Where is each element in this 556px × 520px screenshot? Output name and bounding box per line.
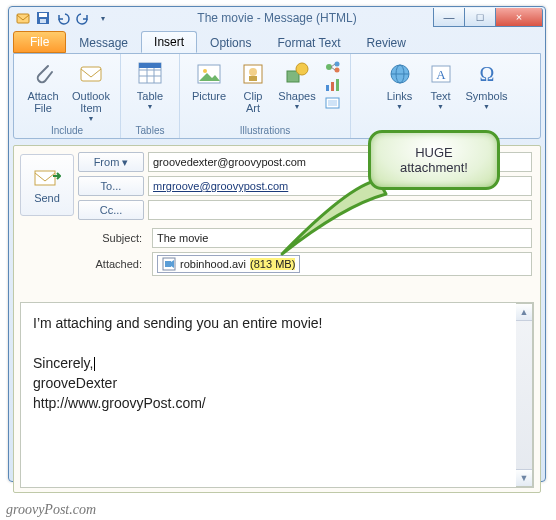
- svg-rect-15: [249, 76, 257, 81]
- to-value: mrgroove@groovypost.com: [153, 180, 288, 192]
- svg-point-14: [249, 68, 257, 76]
- compose-surface: Send From ▾ groovedexter@groovypost.com …: [13, 145, 541, 493]
- svg-point-20: [335, 68, 340, 73]
- tab-review-label: Review: [367, 36, 406, 50]
- svg-rect-23: [326, 85, 329, 91]
- picture-button[interactable]: Picture: [186, 56, 232, 114]
- tab-options[interactable]: Options: [197, 32, 264, 53]
- shapes-button[interactable]: Shapes ▼: [274, 56, 320, 114]
- ribbon-group-tables: Table ▼ Tables: [121, 54, 180, 138]
- svg-rect-4: [81, 67, 101, 81]
- tab-format-text[interactable]: Format Text: [264, 32, 353, 53]
- chevron-down-icon: ▼: [437, 103, 444, 110]
- cc-button-label: Cc...: [100, 204, 123, 216]
- titlebar: ▾ The movie - Message (HTML) — □ ×: [9, 7, 545, 31]
- links-label: Links: [387, 90, 413, 102]
- body-line-1: I’m attaching and sending you an entire …: [33, 313, 521, 333]
- picture-label: Picture: [192, 90, 226, 102]
- svg-rect-25: [336, 79, 339, 91]
- close-glyph: ×: [516, 11, 522, 23]
- svg-rect-27: [328, 100, 337, 106]
- send-label: Send: [34, 192, 60, 204]
- from-button-label: From ▾: [94, 156, 129, 169]
- watermark: groovyPost.com: [6, 502, 96, 518]
- send-button[interactable]: Send: [20, 154, 74, 216]
- svg-rect-24: [331, 82, 334, 91]
- tab-insert[interactable]: Insert: [141, 31, 197, 53]
- table-button[interactable]: Table ▼: [127, 56, 173, 110]
- shapes-icon: [282, 59, 312, 89]
- scroll-up-arrow[interactable]: ▲: [516, 304, 532, 321]
- clip-art-button[interactable]: Clip Art: [234, 56, 272, 114]
- maximize-button[interactable]: □: [464, 8, 496, 27]
- file-tab[interactable]: File: [13, 31, 66, 53]
- attach-file-label: Attach File: [27, 90, 58, 114]
- scroll-down-arrow[interactable]: ▼: [516, 469, 532, 486]
- minimize-glyph: —: [444, 11, 455, 23]
- body-line-3: grooveDexter: [33, 373, 521, 393]
- chevron-down-icon: ▼: [88, 115, 95, 122]
- svg-rect-34: [35, 171, 55, 185]
- text-cursor: [94, 357, 95, 371]
- tab-review[interactable]: Review: [354, 32, 419, 53]
- clip-art-icon: [238, 59, 268, 89]
- chevron-down-icon: ▼: [294, 103, 301, 110]
- body-scrollbar[interactable]: ▲ ▼: [516, 303, 533, 487]
- table-label: Table: [137, 90, 163, 102]
- tab-message-label: Message: [79, 36, 128, 50]
- svg-rect-10: [139, 63, 161, 68]
- svg-point-12: [203, 69, 207, 73]
- close-button[interactable]: ×: [495, 8, 543, 27]
- from-value: groovedexter@groovypost.com: [153, 156, 306, 168]
- svg-point-19: [335, 62, 340, 67]
- send-envelope-icon: [33, 167, 61, 189]
- tab-options-label: Options: [210, 36, 251, 50]
- chevron-down-icon: ▼: [483, 103, 490, 110]
- minimize-button[interactable]: —: [433, 8, 465, 27]
- ribbon-group-include: Attach File Outlook Item ▼ Include: [14, 54, 121, 138]
- clip-art-label: Clip Art: [244, 90, 263, 114]
- subject-label: Subject:: [78, 228, 148, 248]
- svg-line-22: [331, 67, 335, 70]
- window-controls: — □ ×: [434, 8, 543, 27]
- svg-text:A: A: [436, 67, 446, 82]
- message-body[interactable]: I’m attaching and sending you an entire …: [20, 302, 534, 488]
- attachment-filename: robinhood.avi: [180, 258, 246, 270]
- table-icon: [135, 59, 165, 89]
- chart-icon[interactable]: [324, 77, 342, 93]
- file-tab-label: File: [30, 35, 49, 49]
- annotation-callout: HUGE attachment!: [368, 130, 500, 190]
- paperclip-icon: [28, 59, 58, 89]
- svg-line-21: [331, 64, 335, 67]
- body-line-4: http://www.groovyPost.com/: [33, 393, 521, 413]
- callout-line2: attachment!: [400, 160, 468, 175]
- from-picker-button[interactable]: From ▾: [78, 152, 144, 172]
- chevron-down-icon: ▼: [396, 103, 403, 110]
- ribbon-group-illustrations: Picture Clip Art Shapes ▼ Illustrations: [180, 54, 351, 138]
- to-picker-button[interactable]: To...: [78, 176, 144, 196]
- links-button[interactable]: Links ▼: [380, 56, 420, 110]
- group-illustrations-label: Illustrations: [186, 124, 344, 138]
- symbols-button[interactable]: Ω Symbols ▼: [462, 56, 512, 110]
- ribbon-group-right: Links ▼ A Text ▼ Ω Symbols ▼: [351, 54, 540, 138]
- svg-point-17: [296, 63, 308, 75]
- tab-format-text-label: Format Text: [277, 36, 340, 50]
- outlook-item-label: Outlook Item: [72, 90, 110, 114]
- smartart-icon[interactable]: [324, 59, 342, 75]
- body-line-2: Sincerely,: [33, 353, 521, 373]
- screenshot-icon[interactable]: [324, 95, 342, 111]
- outlook-message-window: ▾ The movie - Message (HTML) — □ × File …: [8, 6, 546, 482]
- svg-rect-36: [165, 261, 171, 267]
- cc-picker-button[interactable]: Cc...: [78, 200, 144, 220]
- text-box-icon: A: [426, 59, 456, 89]
- tab-message[interactable]: Message: [66, 32, 141, 53]
- to-button-label: To...: [101, 180, 122, 192]
- picture-icon: [194, 59, 224, 89]
- subject-value: The movie: [157, 232, 208, 244]
- group-tables-label: Tables: [127, 124, 173, 138]
- text-button[interactable]: A Text ▼: [422, 56, 460, 110]
- symbols-label: Symbols: [465, 90, 507, 102]
- attach-file-button[interactable]: Attach File: [20, 56, 66, 122]
- omega-icon: Ω: [472, 59, 502, 89]
- outlook-item-button[interactable]: Outlook Item ▼: [68, 56, 114, 122]
